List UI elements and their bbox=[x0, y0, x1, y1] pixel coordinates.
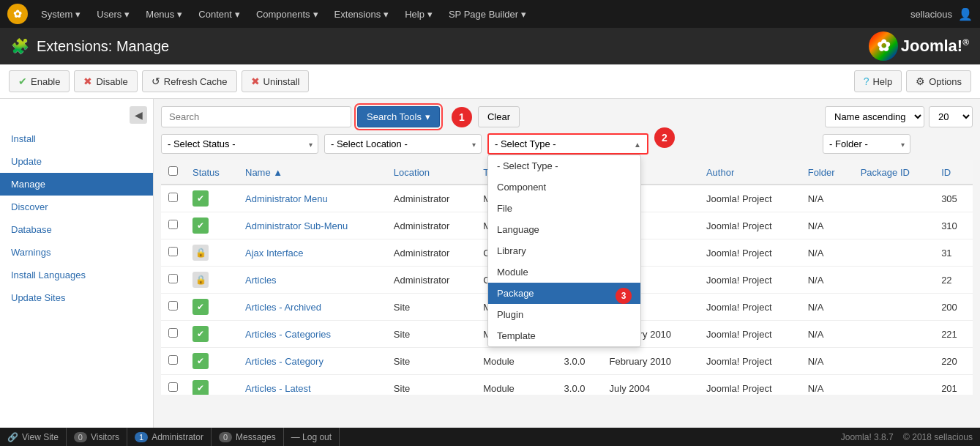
col-header-author: Author bbox=[699, 160, 801, 185]
sidebar-item-database[interactable]: Database bbox=[0, 218, 153, 241]
status-enabled-icon[interactable]: ✔ bbox=[192, 218, 209, 234]
row-name[interactable]: Articles - Category bbox=[238, 348, 386, 375]
row-type: Module bbox=[476, 375, 556, 395]
view-site-item[interactable]: 🔗 View Site bbox=[7, 428, 67, 446]
sidebar-item-update[interactable]: Update bbox=[0, 150, 153, 173]
status-select[interactable]: - Select Status - bbox=[161, 134, 318, 154]
top-logo: ✿ bbox=[7, 4, 28, 24]
nav-menus[interactable]: Menus ▾ bbox=[138, 6, 190, 23]
row-status: 🔒 bbox=[185, 239, 238, 267]
type-option-language[interactable]: Language bbox=[488, 219, 640, 240]
row-checkbox[interactable] bbox=[168, 193, 178, 202]
nav-content[interactable]: Content ▾ bbox=[191, 6, 247, 23]
sidebar-item-discover[interactable]: Discover bbox=[0, 196, 153, 218]
external-link-icon: 🔗 bbox=[7, 432, 18, 442]
row-checkbox-cell bbox=[161, 212, 185, 239]
location-select-wrapper: - Select Location - ▾ bbox=[324, 134, 482, 154]
row-name[interactable]: Articles - Categories bbox=[238, 321, 386, 348]
status-enabled-icon[interactable]: ✔ bbox=[192, 299, 209, 315]
sidebar-item-install[interactable]: Install bbox=[0, 127, 153, 150]
type-option-module[interactable]: Module bbox=[488, 261, 640, 283]
row-id: 201 bbox=[934, 375, 973, 395]
sidebar-collapse-button[interactable]: ◀ bbox=[130, 106, 147, 124]
search-input[interactable] bbox=[161, 106, 351, 127]
type-option-template[interactable]: Template bbox=[488, 325, 640, 346]
status-enabled-icon[interactable]: ✔ bbox=[192, 326, 209, 342]
select-all-checkbox[interactable] bbox=[168, 166, 178, 176]
row-checkbox-cell bbox=[161, 185, 185, 212]
nav-sp-page-builder[interactable]: SP Page Builder ▾ bbox=[441, 6, 534, 23]
status-enabled-icon[interactable]: ✔ bbox=[192, 380, 209, 395]
enable-button[interactable]: ✔ Enable bbox=[9, 70, 70, 92]
search-tools-button[interactable]: Search Tools ▾ bbox=[357, 106, 440, 127]
type-option-component[interactable]: Component bbox=[488, 176, 640, 198]
row-name[interactable]: Articles bbox=[238, 267, 386, 294]
user-name-link[interactable]: sellacious bbox=[910, 9, 952, 20]
options-button[interactable]: ⚙ Options bbox=[906, 70, 971, 92]
row-checkbox[interactable] bbox=[168, 301, 178, 311]
status-enabled-icon[interactable]: ✔ bbox=[192, 190, 209, 207]
disable-button[interactable]: ✖ Disable bbox=[74, 70, 137, 92]
col-header-package-id: Package ID bbox=[853, 160, 934, 185]
sidebar: ◀ Install Update Manage Discover Databas… bbox=[0, 99, 154, 428]
type-select-button[interactable]: - Select Type - ▲ bbox=[487, 133, 648, 155]
nav-system[interactable]: System ▾ bbox=[34, 6, 88, 23]
user-section: sellacious 👤 bbox=[910, 7, 973, 21]
sidebar-item-install-languages[interactable]: Install Languages bbox=[0, 264, 153, 286]
nav-extensions[interactable]: Extensions ▾ bbox=[327, 6, 397, 23]
col-header-name[interactable]: Name ▲ bbox=[238, 160, 386, 185]
nav-help[interactable]: Help ▾ bbox=[397, 6, 440, 23]
type-option-plugin[interactable]: Plugin bbox=[488, 304, 640, 325]
row-checkbox[interactable] bbox=[168, 355, 178, 365]
sort-select-wrapper: Name ascending bbox=[825, 106, 924, 127]
type-option-library[interactable]: Library bbox=[488, 240, 640, 261]
row-checkbox[interactable] bbox=[168, 382, 178, 392]
nav-components[interactable]: Components ▾ bbox=[249, 6, 326, 23]
nav-users[interactable]: Users ▾ bbox=[89, 6, 137, 23]
row-checkbox-cell bbox=[161, 321, 185, 348]
row-id: 200 bbox=[934, 294, 973, 321]
row-checkbox[interactable] bbox=[168, 220, 178, 229]
row-name[interactable]: Ajax Interface bbox=[238, 239, 386, 267]
row-status: ✔ bbox=[185, 375, 238, 395]
row-checkbox[interactable] bbox=[168, 274, 178, 283]
sort-controls: Name ascending 20 bbox=[825, 106, 973, 127]
user-icon[interactable]: 👤 bbox=[958, 7, 973, 21]
row-author: Joomla! Project bbox=[699, 375, 801, 395]
sidebar-item-manage[interactable]: Manage bbox=[0, 173, 153, 196]
row-status: ✔ bbox=[185, 294, 238, 321]
row-id: 22 bbox=[934, 267, 973, 294]
clear-button[interactable]: Clear bbox=[478, 106, 520, 127]
logout-item[interactable]: — Log out bbox=[284, 428, 340, 446]
row-location: Administrator bbox=[386, 185, 476, 212]
type-option-package[interactable]: Package 3 bbox=[488, 283, 640, 304]
type-select-wrapper: - Select Type - ▲ 2 - Select Type - Comp… bbox=[487, 133, 648, 155]
row-name[interactable]: Administrator Sub-Menu bbox=[238, 212, 386, 239]
row-location: Site bbox=[386, 294, 476, 321]
folder-select[interactable]: - Folder - bbox=[823, 134, 910, 154]
limit-select[interactable]: 20 bbox=[929, 106, 973, 127]
type-option-file[interactable]: File bbox=[488, 198, 640, 219]
help-button[interactable]: ? Help bbox=[854, 70, 902, 92]
refresh-cache-button[interactable]: ↺ Refresh Cache bbox=[142, 70, 237, 92]
type-option-select-type[interactable]: - Select Type - bbox=[488, 155, 640, 176]
row-name[interactable]: Articles - Archived bbox=[238, 294, 386, 321]
status-enabled-icon[interactable]: ✔ bbox=[192, 353, 209, 369]
location-select[interactable]: - Select Location - bbox=[324, 134, 482, 154]
row-name[interactable]: Articles - Latest bbox=[238, 375, 386, 395]
filter-row-1: Search Tools ▾ 1 Clear Name ascending 20 bbox=[161, 106, 973, 127]
row-checkbox[interactable] bbox=[168, 247, 178, 256]
row-pkg-id bbox=[853, 348, 934, 375]
row-checkbox[interactable] bbox=[168, 328, 178, 338]
sidebar-item-warnings[interactable]: Warnings bbox=[0, 241, 153, 264]
col-header-location: Location bbox=[386, 160, 476, 185]
uninstall-button[interactable]: ✖ Uninstall bbox=[242, 70, 310, 92]
check-icon: ✔ bbox=[18, 75, 27, 87]
row-id: 305 bbox=[934, 185, 973, 212]
header-bar: 🧩 Extensions: Manage ✿ Joomla!® bbox=[0, 28, 980, 64]
col-header-status: Status bbox=[185, 160, 238, 185]
row-name[interactable]: Administrator Menu bbox=[238, 185, 386, 212]
toolbar: ✔ Enable ✖ Disable ↺ Refresh Cache ✖ Uni… bbox=[0, 64, 980, 99]
sort-select[interactable]: Name ascending bbox=[825, 106, 924, 127]
sidebar-item-update-sites[interactable]: Update Sites bbox=[0, 286, 153, 309]
